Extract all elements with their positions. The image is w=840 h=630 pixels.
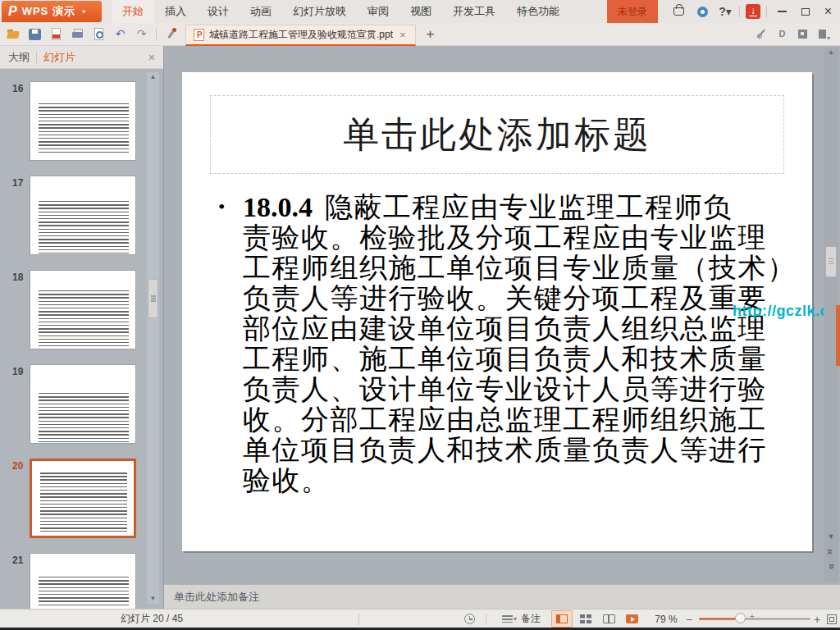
slide-thumbnail-image[interactable] <box>30 81 136 161</box>
slideshow-button[interactable] <box>621 610 642 628</box>
print-icon[interactable] <box>71 27 84 41</box>
title-placeholder[interactable]: 单击此处添加标题 <box>210 95 784 174</box>
slide-thumbnail-image[interactable] <box>30 270 136 349</box>
slide-number: 17 <box>0 176 30 255</box>
thumbnail-text-preview <box>39 393 129 442</box>
minimize-button[interactable] <box>771 0 793 23</box>
body-text-box[interactable]: •18.0.4隐蔽工程应由专业监理工程师负 责验收。检验批及分项工程应由专业监理… <box>243 192 801 495</box>
slide-thumbnail-image[interactable] <box>30 553 136 609</box>
slide-thumbnail-image[interactable] <box>30 459 136 538</box>
slide-thumbnail-list: 16 17 18 19 20 21 <box>0 69 163 609</box>
tab-outline[interactable]: 大纲 <box>8 50 30 65</box>
notes-toggle-button[interactable]: ▾ 备注 <box>502 609 541 628</box>
close-panel-icon[interactable]: × <box>148 51 155 64</box>
zoom-slider-handle[interactable] <box>735 613 746 623</box>
chevron-down-icon: ▾ <box>82 7 86 16</box>
reading-view-button[interactable] <box>598 610 619 628</box>
slide-thumbnail-image[interactable] <box>30 364 136 444</box>
customize-toolbar-pin-icon[interactable] <box>164 27 178 41</box>
title-placeholder-text: 单击此处添加标题 <box>343 111 651 159</box>
titlebar: P WPS 演示 ▾ 开始插入设计动画幻灯片放映审阅视图开发工具特色功能 未登录… <box>0 0 840 23</box>
scroll-up-icon[interactable]: ▲ <box>147 72 159 82</box>
slide-thumbnail[interactable]: 16 <box>0 81 163 161</box>
tab-slides[interactable]: 幻灯片 <box>43 50 75 65</box>
document-tab[interactable]: 城镇道路工程施工管理及验收规范宣贯.ppt × <box>185 25 416 46</box>
save-icon[interactable] <box>28 27 42 41</box>
thumbnail-text-preview <box>39 201 129 253</box>
template-store-button[interactable] <box>668 0 689 23</box>
notes-lines-icon <box>502 615 513 623</box>
slide-thumbnail[interactable]: 20 <box>0 459 163 538</box>
scrollbar-position-marker <box>836 305 840 366</box>
menu-tab[interactable]: 开始 <box>112 0 154 23</box>
menu-tab[interactable]: 设计 <box>197 0 240 23</box>
slide-thumbnail-image[interactable] <box>30 176 136 255</box>
open-file-icon[interactable] <box>7 27 21 41</box>
scrollbar-thumb[interactable] <box>148 279 158 318</box>
menu-tab[interactable]: 视图 <box>399 0 442 23</box>
scroll-up-icon[interactable]: ▲ <box>824 48 838 57</box>
zoom-in-button[interactable]: + <box>814 609 820 628</box>
print-preview-icon[interactable] <box>92 27 106 41</box>
wps-logo[interactable]: P WPS 演示 ▾ <box>2 1 102 22</box>
slide-thumbnail[interactable]: 17 <box>0 176 163 255</box>
restore-icon <box>801 8 810 16</box>
fit-screen-icon <box>827 614 837 624</box>
download-manager-button[interactable]: ↓ <box>742 0 764 23</box>
new-tab-button[interactable]: + <box>423 26 438 43</box>
help-button[interactable]: ?▾ <box>712 0 738 23</box>
zoom-slider[interactable]: + <box>699 609 810 628</box>
help-icon: ? <box>719 5 726 18</box>
restore-button[interactable] <box>794 0 816 23</box>
download-icon: ↓ <box>746 4 760 19</box>
previous-slide-button[interactable]: « <box>824 545 838 558</box>
redo-icon[interactable]: ↷ <box>135 27 148 41</box>
export-pdf-icon[interactable] <box>49 27 63 41</box>
assistant-button[interactable] <box>692 0 713 23</box>
slide-thumbnail[interactable]: 18 <box>0 270 163 349</box>
close-button[interactable]: × <box>817 0 839 23</box>
scrollbar-thumb[interactable] <box>825 246 837 277</box>
body-line: 工程师组织施工单位项目专业质量（技术） <box>243 253 801 283</box>
login-button[interactable]: 未登录 <box>607 0 658 23</box>
normal-view-button[interactable] <box>551 610 573 628</box>
double-chevron-down-icon: « <box>824 563 837 568</box>
panel-scrollbar[interactable]: ▲ ▼ <box>147 72 159 604</box>
menu-tab[interactable]: 开发工具 <box>442 0 506 23</box>
down-triangle-icon: ▼ <box>828 532 835 541</box>
slide-20[interactable]: 单击此处添加标题 •18.0.4隐蔽工程应由专业监理工程师负 责验收。检验批及分… <box>182 72 812 551</box>
scroll-down-icon[interactable]: ▼ <box>147 594 159 604</box>
menu-tab[interactable]: 审阅 <box>357 0 399 23</box>
import-tool-icon[interactable] <box>818 29 829 39</box>
divider <box>766 6 767 17</box>
bullet-icon: • <box>218 192 226 222</box>
panel-tool-icon[interactable] <box>797 29 808 39</box>
slide-number: 18 <box>0 270 30 349</box>
quick-access-toolbar: ↶ ↷ 城镇道路工程施工管理及验收规范宣贯.ppt × + D <box>0 23 840 46</box>
close-tab-icon[interactable]: × <box>398 29 408 41</box>
zoom-out-button[interactable]: − <box>686 609 692 628</box>
double-chevron-up-icon: « <box>824 548 837 554</box>
fit-to-window-button[interactable] <box>827 609 837 628</box>
notes-button-label: 备注 <box>521 612 541 626</box>
slide-sorter-view-button[interactable] <box>575 610 596 628</box>
menu-tab[interactable]: 幻灯片放映 <box>282 0 357 23</box>
scroll-down-button[interactable]: ▼ <box>824 530 838 543</box>
signature-tool-icon[interactable] <box>756 29 767 39</box>
notes-pane[interactable]: 单击此处添加备注 <box>164 584 840 609</box>
body-line: 负责人等进行验收。关键分项工程及重要 <box>243 283 801 313</box>
menu-tab[interactable]: 插入 <box>154 0 197 23</box>
menu-tab[interactable]: 动画 <box>240 0 282 23</box>
docer-tool-icon[interactable]: D <box>777 29 788 39</box>
ppt-file-icon <box>194 29 204 41</box>
close-icon: × <box>824 5 832 18</box>
undo-icon[interactable]: ↶ <box>113 27 127 41</box>
history-button[interactable] <box>464 609 475 628</box>
body-line: 负责人、设计单位专业设计人员等进行验 <box>243 374 801 404</box>
slide-thumbnail[interactable]: 19 <box>0 364 163 444</box>
slide-counter: 幻灯片 20 / 45 <box>98 609 205 628</box>
panel-header: 大纲 幻灯片 × <box>0 46 163 69</box>
menu-tab[interactable]: 特色功能 <box>506 0 570 23</box>
slide-thumbnail[interactable]: 21 <box>0 553 163 609</box>
next-slide-button[interactable]: « <box>824 559 838 573</box>
